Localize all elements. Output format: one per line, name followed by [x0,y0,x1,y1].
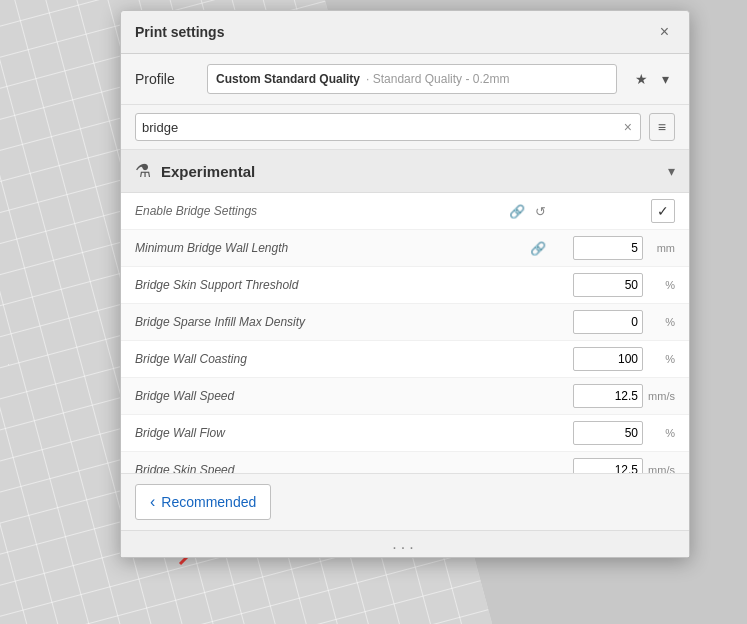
profile-row: Profile Custom Standard Quality · Standa… [121,54,689,105]
setting-icons-0: 🔗 ↺ [506,203,549,220]
experimental-title: Experimental [161,163,658,180]
link-icon-0[interactable]: 🔗 [506,203,528,220]
min-bridge-wall-input[interactable] [573,236,643,260]
setting-value-6: % [555,421,675,445]
setting-name-0: Enable Bridge Settings [135,204,506,218]
setting-value-0: ✓ [555,199,675,223]
profile-name: Custom Standard Quality [216,72,360,86]
setting-name-6: Bridge Wall Flow [135,426,549,440]
wall-speed-input[interactable] [573,384,643,408]
search-input-wrap: × [135,113,641,141]
setting-unit-5: mm/s [647,390,675,402]
experimental-icon: ⚗ [135,160,151,182]
reset-icon-0[interactable]: ↺ [532,203,549,220]
skin-threshold-input[interactable] [573,273,643,297]
setting-row-sparse-infill: Bridge Sparse Infill Max Density % [121,304,689,341]
search-menu-button[interactable]: ≡ [649,113,675,141]
setting-row-wall-speed: Bridge Wall Speed mm/s [121,378,689,415]
setting-unit-1: mm [647,242,675,254]
dialog-title: Print settings [135,24,224,40]
content-area: ⚗ Experimental ▾ Enable Bridge Settings … [121,150,689,473]
setting-name-7: Bridge Skin Speed [135,463,549,473]
setting-value-5: mm/s [555,384,675,408]
print-settings-dialog: Print settings × Profile Custom Standard… [120,10,690,558]
profile-label: Profile [135,71,195,87]
setting-value-3: % [555,310,675,334]
search-clear-button[interactable]: × [622,119,634,135]
three-dots: ... [121,530,689,557]
setting-unit-4: % [647,353,675,365]
wall-coasting-input[interactable] [573,347,643,371]
setting-value-1: mm [555,236,675,260]
recommended-bar: ‹ Recommended [121,473,689,530]
setting-row-wall-coasting: Bridge Wall Coasting % [121,341,689,378]
setting-name-5: Bridge Wall Speed [135,389,549,403]
setting-unit-2: % [647,279,675,291]
sparse-infill-input[interactable] [573,310,643,334]
setting-name-2: Bridge Skin Support Threshold [135,278,549,292]
enable-bridge-checkbox[interactable]: ✓ [651,199,675,223]
profile-subname: · Standard Quality - 0.2mm [366,72,509,86]
settings-list: Enable Bridge Settings 🔗 ↺ ✓ Minimum Bri… [121,193,689,473]
search-input[interactable] [142,120,622,135]
link-icon-1[interactable]: 🔗 [527,240,549,257]
title-bar: Print settings × [121,11,689,54]
setting-name-4: Bridge Wall Coasting [135,352,549,366]
experimental-section-header[interactable]: ⚗ Experimental ▾ [121,150,689,193]
setting-unit-6: % [647,427,675,439]
setting-unit-3: % [647,316,675,328]
setting-value-4: % [555,347,675,371]
skin-speed-input[interactable] [573,458,643,473]
recommended-label: Recommended [161,494,256,510]
setting-unit-7: mm/s [647,464,675,473]
wall-flow-input[interactable] [573,421,643,445]
setting-name-1: Minimum Bridge Wall Length [135,241,527,255]
setting-value-2: % [555,273,675,297]
setting-row-skin-speed: Bridge Skin Speed mm/s [121,452,689,473]
setting-row-skin-threshold: Bridge Skin Support Threshold % [121,267,689,304]
profile-star-button[interactable]: ★ [629,67,654,91]
setting-row-wall-flow: Bridge Wall Flow % [121,415,689,452]
search-row: × ≡ [121,105,689,150]
recommended-button[interactable]: ‹ Recommended [135,484,271,520]
profile-actions: ★ ▾ [629,67,675,91]
recommended-chevron-icon: ‹ [150,493,155,511]
experimental-chevron-icon: ▾ [668,163,675,179]
setting-row-enable-bridge: Enable Bridge Settings 🔗 ↺ ✓ [121,193,689,230]
setting-row-min-bridge-wall: Minimum Bridge Wall Length 🔗 mm [121,230,689,267]
setting-name-3: Bridge Sparse Infill Max Density [135,315,549,329]
profile-selector[interactable]: Custom Standard Quality · Standard Quali… [207,64,617,94]
setting-value-7: mm/s [555,458,675,473]
profile-chevron-button[interactable]: ▾ [656,67,675,91]
setting-icons-1: 🔗 [527,240,549,257]
close-button[interactable]: × [654,21,675,43]
